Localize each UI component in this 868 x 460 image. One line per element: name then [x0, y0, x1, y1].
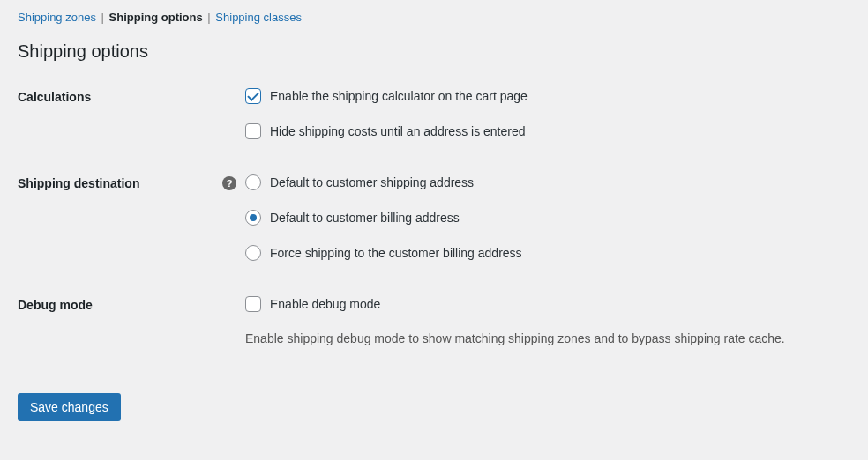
- radio-bill-address[interactable]: [245, 210, 261, 226]
- checkbox-hide-costs[interactable]: [245, 123, 261, 139]
- label-shipping-destination: Shipping destination ?: [18, 174, 245, 190]
- label-debug-mode: Debug mode: [18, 296, 245, 312]
- radio-ship-address[interactable]: [245, 174, 261, 190]
- save-changes-button[interactable]: Save changes: [18, 393, 121, 421]
- field-enable-debug[interactable]: Enable debug mode: [245, 296, 850, 312]
- radio-option-bill-address[interactable]: Default to customer billing address: [245, 210, 850, 226]
- checkbox-label[interactable]: Enable the shipping calculator on the ca…: [270, 89, 528, 103]
- radio-force-bill[interactable]: [245, 245, 261, 261]
- field-hide-costs[interactable]: Hide shipping costs until an address is …: [245, 123, 850, 139]
- checkbox-enable-debug[interactable]: [245, 296, 261, 312]
- field-enable-calculator[interactable]: Enable the shipping calculator on the ca…: [245, 88, 850, 104]
- tab-shipping-zones[interactable]: Shipping zones: [18, 11, 96, 24]
- radio-label[interactable]: Default to customer billing address: [270, 211, 460, 225]
- shipping-subtabs: Shipping zones | Shipping options | Ship…: [18, 11, 850, 24]
- row-shipping-destination: Shipping destination ? Default to custom…: [18, 174, 850, 261]
- checkbox-enable-calculator[interactable]: [245, 88, 261, 104]
- tab-separator: |: [101, 11, 104, 24]
- checkbox-label[interactable]: Enable debug mode: [270, 297, 380, 311]
- row-debug-mode: Debug mode Enable debug mode Enable ship…: [18, 296, 850, 345]
- radio-option-ship-address[interactable]: Default to customer shipping address: [245, 174, 850, 190]
- row-calculations: Calculations Enable the shipping calcula…: [18, 88, 850, 139]
- tab-separator: |: [207, 11, 210, 24]
- help-icon[interactable]: ?: [222, 176, 236, 190]
- tab-shipping-options[interactable]: Shipping options: [109, 11, 203, 24]
- debug-description: Enable shipping debug mode to show match…: [245, 331, 850, 345]
- tab-shipping-classes[interactable]: Shipping classes: [215, 11, 302, 24]
- radio-option-force-bill[interactable]: Force shipping to the customer billing a…: [245, 245, 850, 261]
- checkbox-label[interactable]: Hide shipping costs until an address is …: [270, 124, 526, 138]
- page-title: Shipping options: [18, 41, 850, 62]
- radio-label[interactable]: Default to customer shipping address: [270, 175, 474, 189]
- label-calculations: Calculations: [18, 88, 245, 104]
- radio-label[interactable]: Force shipping to the customer billing a…: [270, 246, 522, 260]
